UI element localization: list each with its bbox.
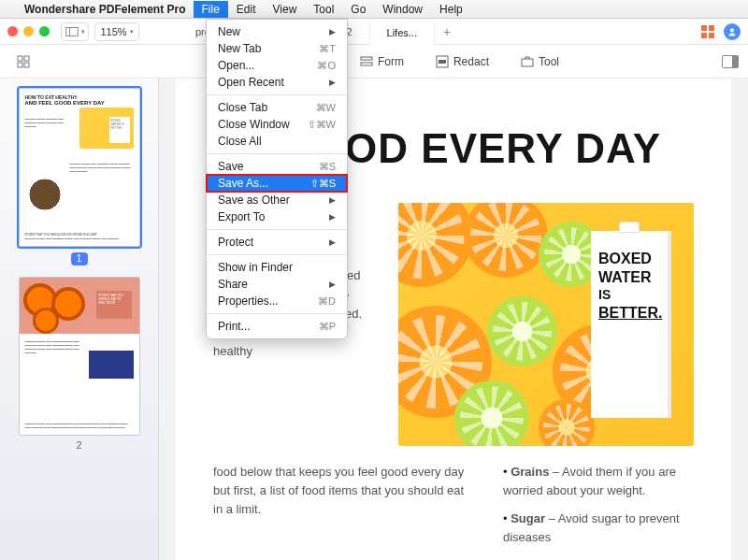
traffic-lights <box>7 26 50 36</box>
thumb1-foods-heading: FOODS THAT YOU SHOULD AVOID OR EAT IN A … <box>25 233 134 240</box>
svg-rect-4 <box>24 56 29 61</box>
thumb2-fruit-image <box>33 308 59 334</box>
svg-rect-12 <box>439 60 446 64</box>
zoom-dropdown[interactable]: 115%▾ <box>94 22 139 41</box>
submenu-arrow-icon: ▶ <box>329 237 336 247</box>
page-thumbnails-panel: HOW TO EAT HEALTHY AND FEEL GOOD EVERY D… <box>0 79 159 560</box>
fullscreen-window-icon[interactable] <box>39 26 50 36</box>
menu-shortcut: ⌘D <box>318 295 336 308</box>
tool-label: Form <box>378 55 404 68</box>
menu-view[interactable]: View <box>265 1 306 18</box>
menu-item-new-tab[interactable]: New Tab⌘T <box>207 40 347 57</box>
menu-go[interactable]: Go <box>342 1 374 18</box>
svg-rect-13 <box>522 59 533 66</box>
menu-shortcut: ⌘S <box>319 161 336 173</box>
right-panel-toggle-icon[interactable] <box>722 55 739 68</box>
svg-rect-10 <box>361 63 372 65</box>
menu-shortcut: ⌘T <box>319 43 336 55</box>
carton-line: IS <box>598 287 664 304</box>
thumb1-carton: BOXED WATER IS BETTER <box>109 117 130 143</box>
redact-tool[interactable]: Redact <box>430 51 495 72</box>
doc-hero-image: BOXED WATER IS BETTER. <box>398 203 694 446</box>
menu-item-save-as-other[interactable]: Save as Other▶ <box>207 192 347 208</box>
carton-line: BETTER. <box>598 304 664 323</box>
doc-bullets: Grains – Avoid them if you are worried a… <box>503 463 694 548</box>
thumb-text-lines: ▬▬▬▬ ▬▬▬ ▬▬ ▬▬▬▬ ▬▬▬ ▬▬▬▬ ▬▬ ▬▬▬▬ ▬▬▬ ▬▬… <box>70 162 134 173</box>
menu-item-properties[interactable]: Properties...⌘D <box>207 293 347 309</box>
menu-shortcut: ⇧⌘S <box>310 178 336 190</box>
menu-item-close-all[interactable]: Close All <box>207 133 347 150</box>
menu-item-label: Export To <box>218 210 265 223</box>
apps-grid-icon[interactable] <box>701 25 714 38</box>
chevron-down-icon: ▾ <box>130 28 134 36</box>
menu-item-print[interactable]: Print...⌘P <box>207 318 347 335</box>
menu-item-label: Share <box>218 278 248 291</box>
tab-item-active[interactable]: Lifes... <box>370 19 435 45</box>
submenu-arrow-icon: ▶ <box>329 27 336 36</box>
add-tab-button[interactable]: + <box>435 24 459 39</box>
close-window-icon[interactable] <box>7 26 18 36</box>
thumb-text-lines: ▬▬▬▬ ▬▬▬ ▬▬ ▬▬▬▬ ▬▬▬ ▬▬ ▬▬▬▬ ▬▬▬ ▬▬ ▬▬▬▬… <box>25 339 83 354</box>
menu-item-label: Save as Other <box>218 194 290 207</box>
menu-shortcut: ⌘P <box>319 321 336 333</box>
submenu-arrow-icon: ▶ <box>329 280 336 289</box>
menu-item-label: Open... <box>218 59 254 72</box>
menu-item-close-tab[interactable]: Close Tab⌘W <box>207 99 347 116</box>
menu-edit[interactable]: Edit <box>228 1 265 18</box>
menu-item-save[interactable]: Save⌘S <box>207 158 347 175</box>
thumbnail-view-button[interactable] <box>11 51 36 72</box>
app-name[interactable]: Wondershare PDFelement Pro <box>17 3 194 16</box>
window-chrome: ▾ 115%▾ prod... Prod... color2 Lifes... … <box>0 19 748 45</box>
menu-item-show-in-finder[interactable]: Show in Finder <box>207 259 347 276</box>
form-tool[interactable]: Form <box>354 51 410 72</box>
thumb-text-lines: ▬▬▬▬ ▬▬▬ ▬▬▬▬ ▬▬ ▬▬▬▬ ▬▬▬ ▬▬▬▬ ▬▬ ▬▬▬▬ <box>25 117 68 128</box>
page-number-label: 2 <box>19 439 140 451</box>
menu-window[interactable]: Window <box>374 1 431 18</box>
menu-tool[interactable]: Tool <box>305 1 342 18</box>
menu-item-label: Close Tab <box>218 101 267 114</box>
thumb1-title: AND FEEL GOOD EVERY DAY <box>25 100 134 106</box>
menu-item-share[interactable]: Share▶ <box>207 276 347 293</box>
form-icon <box>360 55 373 68</box>
thumb2-card: FOODS THAT YOU SHOULD EAT TO FEEL GOOD <box>96 291 132 319</box>
doc-para: food below that keeps you feel good ever… <box>213 463 475 548</box>
menu-item-new[interactable]: New▶ <box>207 23 347 40</box>
redact-icon <box>436 55 449 68</box>
menu-shortcut: ⇧⌘W <box>308 119 336 131</box>
page-thumbnail-1[interactable]: HOW TO EAT HEALTHY AND FEEL GOOD EVERY D… <box>19 88 140 266</box>
svg-rect-0 <box>66 27 79 36</box>
submenu-arrow-icon: ▶ <box>329 212 336 222</box>
svg-rect-9 <box>361 57 372 60</box>
minimize-window-icon[interactable] <box>23 26 34 36</box>
tool-tool[interactable]: Tool <box>515 51 565 72</box>
page-number-badge: 1 <box>71 252 88 266</box>
chevron-down-icon: ▾ <box>81 28 85 36</box>
menu-item-label: Save <box>218 160 243 173</box>
page-thumbnail-2[interactable]: FOODS THAT YOU SHOULD EAT TO FEEL GOOD ▬… <box>19 277 140 451</box>
svg-rect-3 <box>18 56 22 61</box>
menu-item-label: Protect <box>218 236 253 249</box>
carton-line: BOXED <box>598 250 664 268</box>
menu-help[interactable]: Help <box>431 1 471 18</box>
user-avatar-icon[interactable] <box>724 23 741 40</box>
menu-item-label: Print... <box>218 320 251 333</box>
menu-item-export-to[interactable]: Export To▶ <box>207 208 347 225</box>
menu-item-open[interactable]: Open...⌘O <box>207 57 347 74</box>
file-menu-dropdown: New▶New Tab⌘TOpen...⌘OOpen Recent▶Close … <box>206 19 348 339</box>
menu-item-label: Open Recent <box>218 76 284 89</box>
carton-line: WATER <box>598 268 664 287</box>
menu-item-label: New <box>218 25 240 38</box>
menu-shortcut: ⌘O <box>317 60 336 72</box>
menu-item-protect[interactable]: Protect▶ <box>207 234 347 251</box>
menu-item-close-window[interactable]: Close Window⇧⌘W <box>207 116 347 133</box>
menu-item-save-as[interactable]: Save As...⇧⌘S <box>207 175 347 192</box>
tool-label: Tool <box>539 55 559 68</box>
menu-file[interactable]: File <box>194 1 228 18</box>
toolbox-icon <box>521 55 534 68</box>
sidebar-toggle-button[interactable]: ▾ <box>61 22 89 41</box>
menu-item-open-recent[interactable]: Open Recent▶ <box>207 74 347 91</box>
main-area: HOW TO EAT HEALTHY AND FEEL GOOD EVERY D… <box>0 79 748 560</box>
thumb2-berries-image <box>89 351 134 379</box>
tool-label: Redact <box>453 55 489 68</box>
menu-item-label: Save As... <box>218 177 268 190</box>
